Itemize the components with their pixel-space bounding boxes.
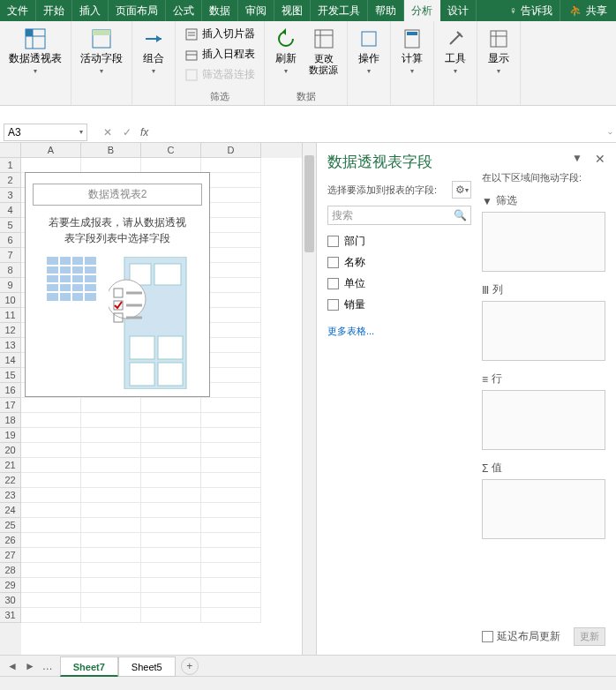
tab-pagelayout[interactable]: 页面布局 [109,0,166,21]
values-drop-area[interactable] [482,479,605,539]
col-header[interactable]: C [141,143,201,158]
tab-review[interactable]: 审阅 [238,0,274,21]
row-header[interactable]: 15 [0,368,21,383]
field-item[interactable]: 单位 [327,276,471,291]
row-header[interactable]: 22 [0,473,21,488]
fx-icon[interactable]: fx [140,126,148,139]
pivottable-placeholder[interactable]: 数据透视表2 若要生成报表，请从数据透视表字段列表中选择字段 [25,172,210,397]
field-item[interactable]: 名称 [327,255,471,270]
row-header[interactable]: 2 [0,173,21,188]
chevron-down-icon[interactable]: ▾ [79,128,83,136]
share-button[interactable]: ⛹共享 [560,4,616,19]
field-item[interactable]: 销量 [327,297,471,312]
row-header[interactable]: 31 [0,608,21,623]
tab-tellme[interactable]: ♀告诉我 [502,0,560,21]
close-icon[interactable]: ✕ [595,152,605,166]
tab-file[interactable]: 文件 [0,0,36,21]
tab-data[interactable]: 数据 [202,0,238,21]
actions-button[interactable]: 操作▾ [353,25,385,79]
row-header[interactable]: 30 [0,593,21,608]
field-checkbox[interactable] [327,278,339,289]
scrollbar-thumb[interactable] [304,155,314,252]
change-datasource-button[interactable]: 更改 数据源 [305,25,342,78]
group-button[interactable]: 组合▾ [138,25,169,79]
cancel-icon[interactable]: ✕ [103,126,112,139]
row-header[interactable]: 18 [0,413,21,428]
chevron-down-icon: ▾ [454,67,457,75]
search-icon: 🔍 [454,209,467,221]
sheet-tab[interactable]: Sheet5 [118,656,176,677]
sheet-nav-more[interactable]: … [42,660,53,672]
row-header[interactable]: 13 [0,338,21,353]
column-headers[interactable]: ABCD [21,143,302,158]
filter-drop-area[interactable] [482,212,605,272]
defer-checkbox[interactable] [482,631,493,642]
row-header[interactable]: 23 [0,488,21,503]
calc-button[interactable]: 计算▾ [396,25,428,79]
search-input[interactable]: 搜索🔍 [327,206,471,225]
row-header[interactable]: 12 [0,323,21,338]
more-tables-link[interactable]: 更多表格... [327,325,471,338]
insert-timeline-button[interactable]: 插入日程表 [181,45,259,64]
row-header[interactable]: 21 [0,458,21,473]
tab-help[interactable]: 帮助 [368,0,404,21]
row-header[interactable]: 29 [0,578,21,593]
insert-slicer-button[interactable]: 插入切片器 [181,25,259,43]
row-header[interactable]: 1 [0,158,21,173]
sheet-nav-next[interactable]: ► [25,660,35,672]
tab-design[interactable]: 设计 [440,0,477,21]
row-header[interactable]: 25 [0,518,21,533]
pivottable-button[interactable]: 数据透视表▾ [5,25,65,79]
chevron-down-icon[interactable]: ▼ [572,152,582,171]
field-item[interactable]: 部门 [327,234,471,249]
field-checkbox[interactable] [327,236,339,247]
tools-button[interactable]: 工具▾ [439,25,471,79]
svg-rect-33 [154,264,181,285]
col-header[interactable]: D [201,143,261,158]
activefield-button[interactable]: 活动字段▾ [77,25,126,79]
row-header[interactable]: 11 [0,308,21,323]
row-header[interactable]: 19 [0,428,21,443]
name-box[interactable]: A3▾ [4,124,87,141]
show-button[interactable]: 显示▾ [483,25,515,79]
confirm-icon[interactable]: ✓ [123,126,131,139]
row-header[interactable]: 4 [0,203,21,218]
row-header[interactable]: 3 [0,188,21,203]
columns-drop-area[interactable] [482,301,605,361]
tab-analyze[interactable]: 分析 [404,0,440,21]
row-header[interactable]: 14 [0,353,21,368]
row-header[interactable]: 8 [0,263,21,278]
row-header[interactable]: 28 [0,563,21,578]
tab-formulas[interactable]: 公式 [166,0,202,21]
worksheet[interactable]: 1234567891011121314151617181920212223242… [0,143,316,655]
row-header[interactable]: 5 [0,218,21,233]
row-header[interactable]: 27 [0,548,21,563]
row-header[interactable]: 17 [0,398,21,413]
row-header[interactable]: 16 [0,383,21,398]
update-button[interactable]: 更新 [574,627,605,646]
sheet-nav-prev[interactable]: ◄ [7,660,18,672]
row-header[interactable]: 9 [0,278,21,293]
row-header[interactable]: 10 [0,293,21,308]
row-header[interactable]: 7 [0,248,21,263]
expand-formula-bar-icon[interactable]: ⌵ [608,128,612,136]
row-headers[interactable]: 1234567891011121314151617181920212223242… [0,143,21,655]
row-header[interactable]: 26 [0,533,21,548]
tab-devtools[interactable]: 开发工具 [311,0,368,21]
tab-view[interactable]: 视图 [274,0,311,21]
tab-home[interactable]: 开始 [36,0,72,21]
gear-button[interactable]: ⚙▾ [452,181,471,199]
sheet-tab-active[interactable]: Sheet7 [60,656,118,677]
row-header[interactable]: 20 [0,443,21,458]
col-header[interactable]: B [81,143,141,158]
refresh-button[interactable]: 刷新▾ [270,25,302,79]
field-checkbox[interactable] [327,257,339,268]
tab-insert[interactable]: 插入 [72,0,109,21]
field-checkbox[interactable] [327,299,339,311]
vertical-scrollbar[interactable] [302,143,316,655]
row-header[interactable]: 24 [0,503,21,518]
add-sheet-button[interactable]: + [181,657,199,675]
col-header[interactable]: A [21,143,81,158]
rows-drop-area[interactable] [482,390,605,450]
row-header[interactable]: 6 [0,233,21,248]
